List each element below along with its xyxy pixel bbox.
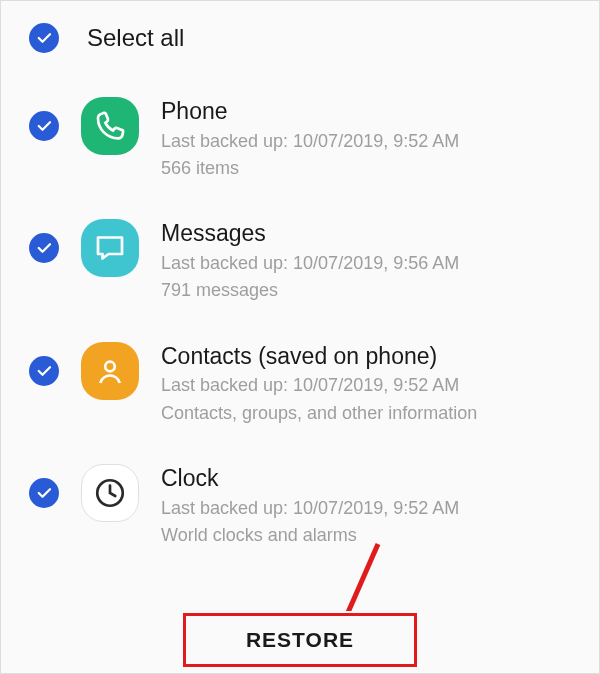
item-checkbox-col [29, 219, 59, 263]
select-all-row[interactable]: Select all [1, 1, 599, 81]
item-title: Clock [161, 464, 571, 494]
contacts-icon [81, 342, 139, 400]
item-detail: 791 messages [161, 278, 571, 303]
item-title: Messages [161, 219, 571, 249]
phone-icon [81, 97, 139, 155]
item-title: Contacts (saved on phone) [161, 342, 571, 372]
person-icon [92, 353, 128, 389]
item-text: Messages Last backed up: 10/07/2019, 9:5… [161, 219, 571, 303]
list-item[interactable]: Contacts (saved on phone) Last backed up… [1, 326, 599, 448]
list-item[interactable]: Phone Last backed up: 10/07/2019, 9:52 A… [1, 81, 599, 203]
item-detail: 566 items [161, 156, 571, 181]
check-icon [35, 29, 53, 47]
item-detail: World clocks and alarms [161, 523, 571, 548]
item-last-backup: Last backed up: 10/07/2019, 9:52 AM [161, 129, 571, 154]
check-icon [35, 484, 53, 502]
restore-list-container: Select all Phone Last backed up: 10/07/2… [1, 1, 599, 570]
item-checkbox-col [29, 342, 59, 386]
select-all-label: Select all [87, 24, 184, 52]
phone-handset-icon [92, 108, 128, 144]
check-icon [35, 362, 53, 380]
item-checkbox-col [29, 97, 59, 141]
clock-icon [81, 464, 139, 522]
svg-point-0 [105, 361, 115, 371]
restore-button[interactable]: RESTORE [183, 613, 417, 667]
item-text: Phone Last backed up: 10/07/2019, 9:52 A… [161, 97, 571, 181]
list-item[interactable]: Messages Last backed up: 10/07/2019, 9:5… [1, 203, 599, 325]
item-checkbox[interactable] [29, 478, 59, 508]
item-last-backup: Last backed up: 10/07/2019, 9:52 AM [161, 373, 571, 398]
restore-bar: RESTORE [1, 611, 599, 669]
clock-face-icon [92, 475, 128, 511]
check-icon [35, 239, 53, 257]
item-detail: Contacts, groups, and other information [161, 401, 571, 426]
item-text: Clock Last backed up: 10/07/2019, 9:52 A… [161, 464, 571, 548]
speech-bubble-icon [92, 230, 128, 266]
list-item[interactable]: Clock Last backed up: 10/07/2019, 9:52 A… [1, 448, 599, 570]
item-checkbox-col [29, 464, 59, 508]
item-last-backup: Last backed up: 10/07/2019, 9:52 AM [161, 496, 571, 521]
item-text: Contacts (saved on phone) Last backed up… [161, 342, 571, 426]
messages-icon [81, 219, 139, 277]
item-checkbox[interactable] [29, 111, 59, 141]
item-last-backup: Last backed up: 10/07/2019, 9:56 AM [161, 251, 571, 276]
item-title: Phone [161, 97, 571, 127]
item-checkbox[interactable] [29, 233, 59, 263]
item-checkbox[interactable] [29, 356, 59, 386]
check-icon [35, 117, 53, 135]
select-all-checkbox[interactable] [29, 23, 59, 53]
